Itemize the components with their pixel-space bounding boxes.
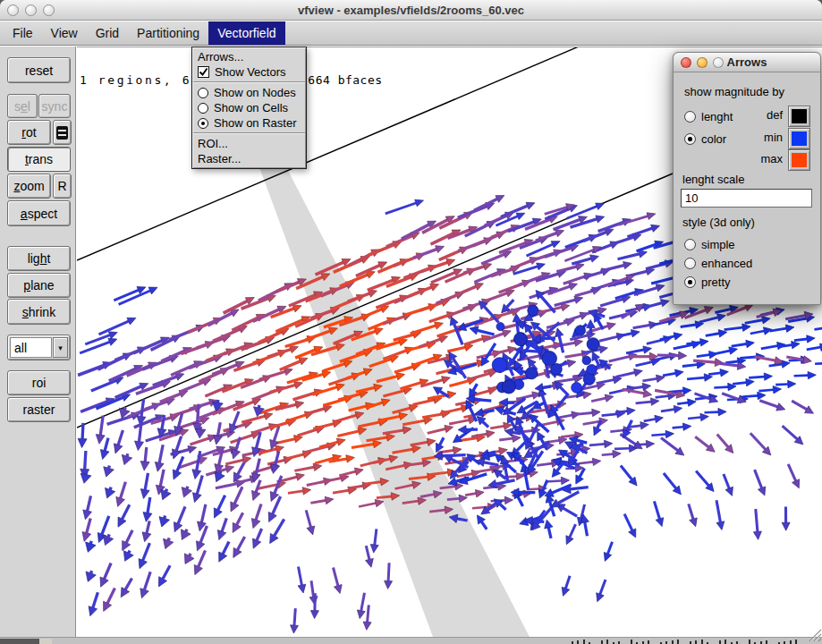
clipped-text-fragment: [601, 640, 603, 644]
swatch-label-def: def: [749, 108, 783, 122]
checkbox-icon: [198, 66, 209, 78]
button-label: zoom: [13, 179, 44, 193]
menubar: FileViewGridPartitioningVectorfield: [0, 21, 822, 46]
menu-separator: [193, 132, 305, 134]
light-button[interactable]: light: [7, 246, 71, 271]
menu-item-label: Show on Nodes: [214, 86, 296, 99]
menubar-item-grid[interactable]: Grid: [87, 21, 128, 45]
menubar-item-file[interactable]: File: [4, 21, 42, 45]
menubar-item-label: View: [51, 26, 78, 40]
background-window-tab: [39, 639, 52, 644]
button-label: roi: [32, 376, 47, 390]
menu-item-label: Arrows...: [198, 50, 243, 64]
all-select[interactable]: all▾: [7, 335, 71, 360]
palette-titlebar[interactable]: Arrows: [674, 53, 820, 72]
swatch-def[interactable]: [788, 106, 810, 127]
raster-button[interactable]: raster: [7, 397, 71, 422]
swatch-color: [792, 153, 807, 167]
swatch-color: [792, 109, 807, 123]
radio-simple[interactable]: [684, 239, 696, 250]
button-label: plane: [23, 278, 54, 292]
radio-label-color: color: [701, 132, 726, 146]
swatch-label-min: min: [749, 131, 783, 144]
button-label: R: [57, 179, 66, 193]
button-label: aspect: [21, 207, 57, 221]
clipped-text-fragment: [648, 640, 649, 644]
swatch-label-max: max: [749, 152, 783, 165]
menu-icon: [56, 126, 68, 140]
swatch-color: [792, 131, 807, 146]
menu-item-arrows[interactable]: Arrows...: [193, 49, 305, 64]
swatch-min[interactable]: [788, 128, 810, 149]
radio-color[interactable]: [684, 133, 696, 145]
radio-label-enhanced: enhanced: [701, 257, 752, 270]
clipped-text-fragment: [790, 640, 792, 644]
radio-lenght[interactable]: [684, 111, 696, 123]
clipped-text-fragment: [606, 640, 608, 644]
menubar-item-label: File: [13, 26, 33, 40]
plane-button[interactable]: plane: [7, 273, 71, 298]
zoom-button[interactable]: zoom: [7, 174, 51, 199]
clipped-text-fragment: [631, 640, 632, 644]
menu-item-show-on-nodes[interactable]: Show on Nodes: [193, 85, 305, 100]
swatch-max[interactable]: [788, 149, 810, 171]
button-label: sel: [14, 99, 30, 114]
button-label: shrink: [22, 305, 55, 319]
button-label: trans: [25, 152, 53, 166]
window-title: vfview - examples/vfields/2rooms_60.vec: [0, 0, 822, 21]
shrink-button[interactable]: shrink: [7, 299, 71, 325]
menu-separator: [193, 81, 305, 83]
scale-label: lenght scale: [682, 173, 744, 186]
button-label: raster: [23, 402, 55, 417]
menu-item-show-on-cells[interactable]: Show on Cells: [193, 100, 305, 115]
dropdown-arrow-icon[interactable]: ▾: [53, 337, 68, 358]
sync-button[interactable]: sync: [38, 94, 71, 118]
trans-button[interactable]: trans: [7, 147, 71, 172]
length-scale-input[interactable]: [681, 189, 812, 208]
menu-item-show-on-raster[interactable]: Show on Raster: [193, 115, 305, 131]
rot-menu-button[interactable]: [53, 120, 72, 145]
menubar-item-partitioning[interactable]: Partitioning: [128, 21, 208, 45]
radio-label-pretty: pretty: [701, 275, 731, 289]
roi-button[interactable]: roi: [7, 370, 71, 395]
button-label: light: [28, 251, 51, 266]
clipped-text-fragment: [719, 640, 721, 644]
background-window-edge: [0, 639, 39, 644]
clipped-text-fragment: [672, 640, 674, 644]
radio-pretty[interactable]: [684, 276, 696, 288]
menu-item-label: ROI...: [198, 137, 228, 150]
palette-title: Arrows: [674, 53, 820, 72]
arrows-palette[interactable]: Arrows show magnitude by lenghtcolordefm…: [673, 52, 821, 305]
clipped-text-fragment: [583, 640, 585, 644]
menu-item-roi[interactable]: ROI...: [193, 136, 305, 151]
button-label: reset: [25, 64, 53, 78]
clipped-text-fragment: [749, 640, 750, 644]
menubar-item-view[interactable]: View: [42, 21, 87, 45]
radio-icon: [198, 88, 208, 98]
clipped-text-fragment: [795, 640, 797, 644]
button-label: sync: [42, 99, 68, 114]
clipped-text-fragment: [695, 640, 697, 644]
r-button[interactable]: R: [53, 174, 72, 199]
menu-item-label: Show on Raster: [214, 116, 297, 130]
radio-icon: [198, 118, 208, 129]
titlebar[interactable]: vfview - examples/vfields/2rooms_60.vec: [0, 0, 822, 21]
menu-item-label: Raster...: [198, 152, 241, 165]
style-heading: style (3d only): [682, 216, 755, 229]
radio-label-lenght: lenght: [701, 110, 733, 123]
aspect-button[interactable]: aspect: [7, 200, 71, 226]
sel-button[interactable]: sel: [7, 94, 38, 118]
radio-enhanced[interactable]: [684, 258, 696, 269]
status-text-right: 2664 bfaces: [301, 73, 383, 87]
rot-button[interactable]: rot: [7, 120, 51, 145]
menubar-item-vectorfield[interactable]: Vectorfield: [208, 21, 284, 45]
menu-item-raster[interactable]: Raster...: [193, 151, 305, 166]
menu-item-show-vectors[interactable]: Show Vectors: [193, 64, 305, 80]
clipped-text-fragment: [577, 640, 579, 644]
clipped-text-fragment: [701, 640, 703, 644]
resize-grip[interactable]: [807, 627, 822, 642]
sidebar-toolbar: resetselsyncrottranszoomRaspectlightplan…: [0, 47, 76, 637]
clipped-text-fragment: [766, 640, 767, 644]
magnitude-heading: show magnitude by: [684, 85, 784, 98]
reset-button[interactable]: reset: [7, 57, 71, 83]
